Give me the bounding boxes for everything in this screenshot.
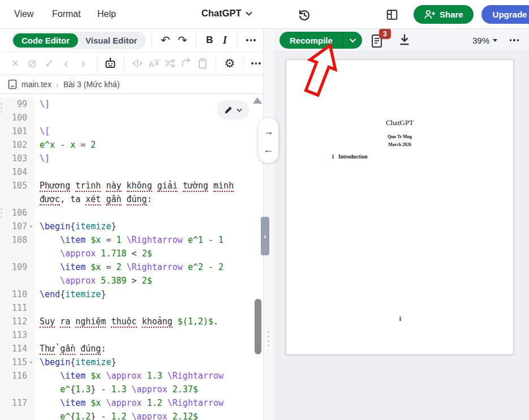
fold-caret-icon[interactable]: ▾: [27, 355, 35, 369]
line-number: 104: [0, 165, 27, 179]
ai-more-button[interactable]: [249, 62, 263, 65]
upgrade-button[interactable]: Upgrade: [481, 5, 529, 24]
code-line[interactable]: 113: [0, 328, 263, 342]
visual-editor-tab[interactable]: Visual Editor: [78, 33, 144, 48]
wrap-button[interactable]: [130, 57, 146, 70]
more-tools-button[interactable]: [243, 39, 259, 41]
code-line[interactable]: 104: [0, 165, 263, 179]
line-number: 117: [0, 396, 27, 410]
code-line[interactable]: 106: [0, 206, 263, 220]
breadcrumb-file[interactable]: main.tex: [21, 80, 51, 89]
robot-icon: [104, 57, 117, 70]
code-line[interactable]: 109 \item $x = 2 \Rightarrow e^2 - 2 \ap…: [0, 260, 263, 288]
editor-scrollbar-thumb[interactable]: [255, 299, 261, 354]
code-line[interactable]: 101\[: [0, 125, 263, 138]
line-number: 102: [0, 138, 27, 152]
goto-button[interactable]: [178, 57, 195, 70]
italic-button[interactable]: I: [217, 35, 232, 46]
sync-to-pdf-button[interactable]: →: [264, 126, 274, 136]
settings-button[interactable]: ⚙: [221, 57, 238, 70]
sync-to-code-button[interactable]: ←: [264, 144, 274, 155]
code-line[interactable]: 111: [0, 301, 263, 315]
divider-handle[interactable]: ›: [261, 217, 269, 255]
code-lines: 99\]100 101\[102e^x - x = 2103\]104 105P…: [0, 97, 263, 420]
zoom-level: 39%: [472, 36, 489, 45]
menu-format[interactable]: Format: [52, 9, 81, 19]
menu-view[interactable]: View: [14, 9, 33, 19]
breadcrumb: main.tex › Bài 3 (Mức khá): [0, 75, 263, 94]
code-editor[interactable]: 99\]100 101\[102e^x - x = 2103\]104 105P…: [0, 94, 263, 420]
ai-assist-toolbar: × ⊘ ✓ ‹ ›: [0, 52, 263, 75]
editor-panel: Code Editor Visual Editor ↶ ↷ B I × ⊘ ✓ …: [0, 29, 264, 420]
line-number: 106: [0, 206, 27, 220]
clipboard-button[interactable]: [194, 57, 210, 70]
share-label: Share: [440, 10, 463, 19]
caret-down-icon: [493, 39, 497, 42]
code-editor-tab[interactable]: Code Editor: [13, 33, 78, 48]
edit-widget[interactable]: [217, 100, 250, 119]
pdf-section-heading: 1 Introduction: [332, 154, 367, 160]
recompile-options-button[interactable]: [343, 32, 362, 49]
zoom-control[interactable]: 39%: [472, 36, 497, 45]
toolbar-separator: [124, 57, 124, 70]
translate-icon: A: [148, 57, 160, 70]
fold-caret-icon[interactable]: ▾: [27, 220, 35, 233]
code-line[interactable]: 116 \item $x \approx 1.3 \Rightarrow e^{…: [0, 369, 263, 396]
redo-button[interactable]: ↷: [174, 33, 191, 47]
scroll-up-arrow[interactable]: [253, 97, 262, 104]
menu-help[interactable]: Help: [97, 9, 116, 19]
undo-button[interactable]: ↶: [157, 33, 174, 47]
line-number: 112: [0, 315, 27, 328]
left-edge-handle[interactable]: [1, 208, 2, 220]
history-button[interactable]: [296, 7, 312, 23]
left-edge-handle[interactable]: [1, 103, 2, 115]
translate-button[interactable]: A: [145, 57, 162, 70]
editor-switch-toolbar: Code Editor Visual Editor ↶ ↷ B I: [0, 29, 263, 52]
line-number: 111: [0, 301, 27, 315]
prev-icon[interactable]: ‹: [58, 55, 75, 71]
pdf-panel: Recompile 3: [274, 29, 529, 420]
close-icon[interactable]: ×: [7, 56, 24, 71]
block-icon[interactable]: ⊘: [24, 57, 41, 70]
line-number: 115: [0, 355, 27, 369]
divider-drag-dots[interactable]: [268, 331, 269, 349]
shuffle-button[interactable]: [162, 57, 178, 70]
toolbar-separator: [151, 33, 152, 47]
annotation-arrow: [302, 42, 339, 97]
code-line[interactable]: 117 \item $x \approx 1.2 \Rightarrow e^{…: [0, 396, 263, 420]
check-icon[interactable]: ✓: [41, 57, 58, 70]
code-line[interactable]: 105Phương trình này không giải tường min…: [0, 179, 263, 206]
line-number: 116: [0, 369, 27, 383]
pencil-icon: [224, 105, 233, 114]
code-line[interactable]: 110\end{itemize}: [0, 288, 263, 301]
code-line[interactable]: 112Suy ra nghiệm thuộc khoảng $(1,2)$.: [0, 315, 263, 328]
download-icon: [397, 32, 412, 47]
ai-assistant-button[interactable]: [102, 57, 119, 70]
layout-button[interactable]: [384, 7, 400, 23]
project-name-menu[interactable]: ChatGPT: [201, 8, 252, 19]
bold-button[interactable]: B: [201, 35, 217, 46]
code-line[interactable]: 108 \item $x = 1 \Rightarrow e^1 - 1 \ap…: [0, 233, 263, 260]
next-icon[interactable]: ›: [75, 55, 92, 71]
error-count-badge: 3: [379, 28, 391, 39]
shuffle-icon: [164, 57, 176, 70]
share-button[interactable]: Share: [414, 5, 474, 24]
code-line[interactable]: 102e^x - x = 2: [0, 138, 263, 152]
code-line[interactable]: 107▾\begin{itemize}: [0, 220, 263, 233]
breadcrumb-section[interactable]: Bài 3 (Mức khá): [63, 80, 120, 89]
logs-button[interactable]: 3: [371, 32, 388, 49]
add-user-icon: [424, 10, 436, 19]
upgrade-label: Upgrade: [493, 10, 527, 19]
panel-divider[interactable]: → ← ›: [264, 29, 274, 420]
code-line[interactable]: 114Thử gần đúng:: [0, 342, 263, 355]
pdf-date: March 2026: [286, 142, 513, 147]
code-line[interactable]: 103\]: [0, 152, 263, 165]
toolbar-separator: [97, 57, 97, 70]
pdf-author: Qun Tr Mng: [286, 134, 513, 139]
pdf-viewer[interactable]: ChatGPT Qun Tr Mng March 2026 1 Introduc…: [274, 52, 529, 420]
download-pdf-button[interactable]: [397, 32, 413, 48]
pdf-more-button[interactable]: [506, 39, 522, 41]
file-icon: [8, 79, 17, 89]
code-line[interactable]: 115▾\begin{itemize}: [0, 355, 263, 369]
divider-chevron-icon: ›: [264, 232, 266, 241]
